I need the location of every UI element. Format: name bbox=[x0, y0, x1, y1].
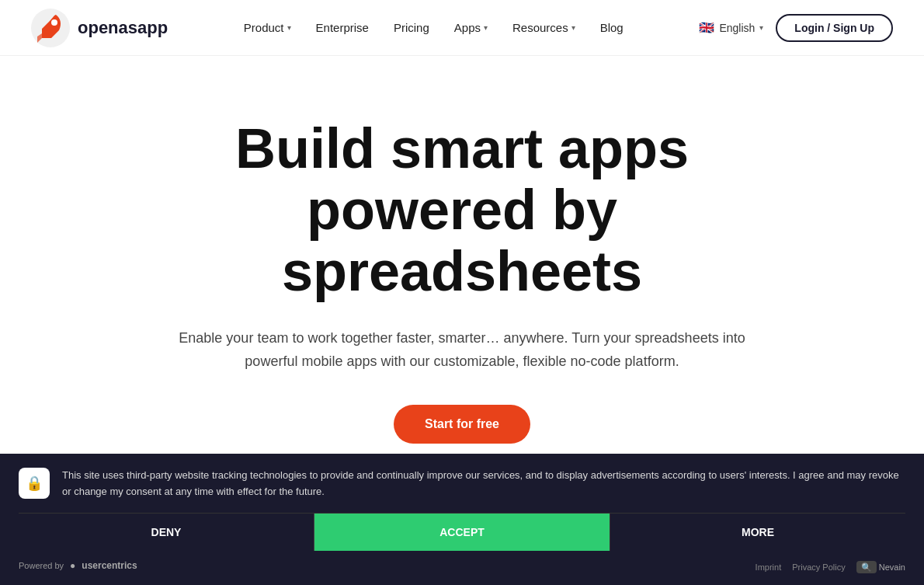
logo[interactable]: openasapp bbox=[31, 9, 168, 47]
cookie-footer-links: Imprint Privacy Policy 🔍 Nevain bbox=[756, 562, 905, 573]
navbar: openasapp Product ▾ Enterprise Pricing A… bbox=[0, 0, 924, 56]
nav-links: Product ▾ Enterprise Pricing Apps ▾ Reso… bbox=[244, 21, 624, 34]
cookie-more-button[interactable]: MORE bbox=[610, 514, 905, 551]
login-button[interactable]: Login / Sign Up bbox=[776, 14, 893, 42]
imprint-link[interactable]: Imprint bbox=[756, 562, 782, 572]
resources-chevron-icon: ▾ bbox=[571, 23, 575, 32]
nav-resources[interactable]: Resources ▾ bbox=[512, 21, 575, 34]
cookie-fingerprint-icon: 🔒 bbox=[26, 475, 43, 492]
flag-icon: 🇬🇧 bbox=[699, 20, 714, 35]
nav-apps[interactable]: Apps ▾ bbox=[454, 21, 488, 34]
cookie-powered-section: Powered by ● usercentrics bbox=[19, 555, 137, 579]
logo-icon bbox=[31, 9, 70, 47]
cookie-deny-button[interactable]: DENY bbox=[19, 514, 314, 551]
nav-product[interactable]: Product ▾ bbox=[244, 21, 291, 34]
nav-blog[interactable]: Blog bbox=[600, 21, 624, 34]
start-for-free-button[interactable]: Start for free bbox=[394, 405, 530, 444]
cookie-text: This site uses third-party website track… bbox=[62, 468, 905, 500]
cookie-banner: 🔒 This site uses third-party website tra… bbox=[0, 454, 924, 585]
nav-pricing[interactable]: Pricing bbox=[394, 21, 429, 34]
privacy-link[interactable]: Privacy Policy bbox=[792, 562, 845, 572]
nav-right: 🇬🇧 English ▾ Login / Sign Up bbox=[699, 14, 893, 42]
cookie-logo-box: 🔒 bbox=[19, 468, 50, 499]
apps-chevron-icon: ▾ bbox=[484, 23, 488, 32]
logo-text: openasapp bbox=[78, 18, 168, 38]
language-selector[interactable]: 🇬🇧 English ▾ bbox=[699, 20, 763, 35]
hero-section: Build smart apps powered by spreadsheets… bbox=[113, 56, 811, 490]
svg-point-1 bbox=[51, 19, 57, 26]
product-chevron-icon: ▾ bbox=[287, 23, 291, 32]
cookie-buttons: DENY ACCEPT MORE bbox=[19, 513, 905, 551]
hero-title: Build smart apps powered by spreadsheets bbox=[144, 118, 780, 303]
usercentrics-logo: usercentrics bbox=[82, 560, 137, 571]
cookie-top: 🔒 This site uses third-party website tra… bbox=[19, 468, 905, 513]
lang-chevron-icon: ▾ bbox=[759, 23, 763, 32]
revain-logo: 🔍 Nevain bbox=[856, 562, 905, 573]
hero-subtitle: Enable your team to work together faster… bbox=[171, 326, 753, 374]
nav-enterprise[interactable]: Enterprise bbox=[316, 21, 369, 34]
cookie-accept-button[interactable]: ACCEPT bbox=[314, 514, 610, 551]
